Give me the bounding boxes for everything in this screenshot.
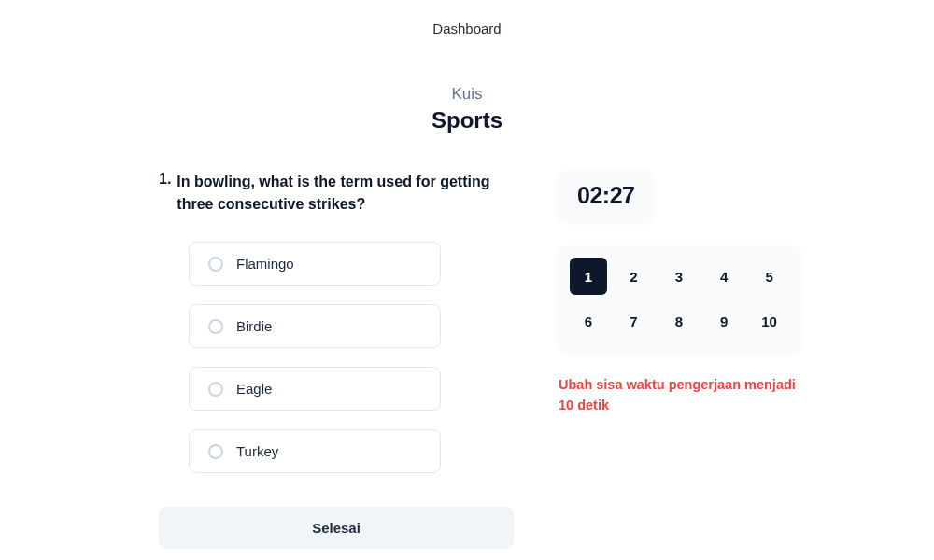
- radio-icon: [208, 382, 223, 397]
- option-3[interactable]: Turkey: [189, 429, 441, 473]
- option-label: Turkey: [236, 443, 278, 459]
- question: 1. In bowling, what is the term used for…: [159, 171, 514, 216]
- option-label: Eagle: [236, 381, 272, 397]
- quiz-subtitle: Kuis: [159, 85, 775, 104]
- cheat-timer-link[interactable]: Ubah sisa waktu pengerjaan menjadi 10 de…: [559, 375, 800, 416]
- nav-cell-7[interactable]: 7: [615, 302, 652, 340]
- question-text: In bowling, what is the term used for ge…: [177, 171, 514, 216]
- nav-cell-1[interactable]: 1: [570, 258, 607, 295]
- radio-icon: [208, 257, 223, 272]
- nav-cell-5[interactable]: 5: [751, 258, 788, 295]
- option-1[interactable]: Birdie: [189, 304, 441, 348]
- timer: 02:27: [559, 171, 653, 220]
- nav-cell-6[interactable]: 6: [570, 302, 607, 340]
- option-0[interactable]: Flamingo: [189, 242, 441, 286]
- dashboard-link[interactable]: Dashboard: [432, 21, 501, 36]
- finish-button[interactable]: Selesai: [159, 507, 514, 549]
- option-label: Birdie: [236, 318, 272, 334]
- option-2[interactable]: Eagle: [189, 367, 441, 411]
- nav-cell-9[interactable]: 9: [705, 302, 743, 340]
- radio-icon: [208, 319, 223, 334]
- radio-icon: [208, 444, 223, 459]
- option-label: Flamingo: [236, 256, 294, 272]
- nav-cell-3[interactable]: 3: [660, 258, 698, 295]
- nav-cell-8[interactable]: 8: [660, 302, 698, 340]
- nav-cell-2[interactable]: 2: [615, 258, 652, 295]
- quiz-header: Kuis Sports: [159, 85, 775, 133]
- question-nav: 1 2 3 4 5 6 7 8 9 10: [559, 246, 800, 351]
- nav-cell-10[interactable]: 10: [751, 302, 788, 340]
- quiz-title: Sports: [159, 107, 775, 133]
- question-number: 1.: [159, 171, 171, 216]
- nav-cell-4[interactable]: 4: [705, 258, 743, 295]
